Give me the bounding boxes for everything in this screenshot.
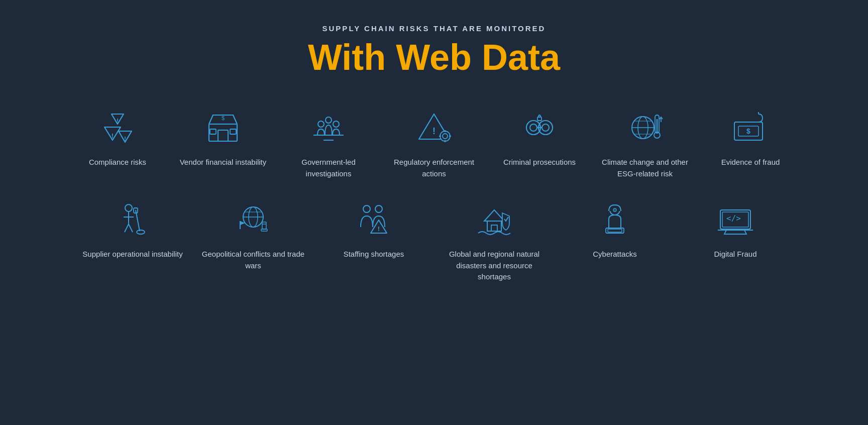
item-cyberattacks: Cyberattacks — [555, 193, 675, 289]
svg-text:</>: </> — [726, 214, 741, 223]
svg-line-46 — [125, 224, 129, 232]
item-vendor-financial: $ Vendor financial instability — [170, 101, 276, 185]
svg-rect-10 — [230, 129, 236, 134]
vendor-financial-label: Vendor financial instability — [180, 157, 267, 168]
climate-label: Climate change and other ESG-related ris… — [600, 157, 690, 179]
item-geopolitical: Geopolitical conflicts and trade wars — [193, 193, 313, 289]
row-2: Supplier operational instability — [40, 193, 828, 289]
criminal-label: Criminal prosecutions — [503, 157, 576, 168]
geopolitical-icon — [231, 199, 276, 240]
svg-point-18 — [440, 131, 450, 141]
svg-text:$: $ — [746, 127, 750, 135]
svg-point-14 — [333, 121, 339, 127]
item-compliance-risks: ! ! ! Compliance risks — [65, 101, 170, 185]
evidence-fraud-label: Evidence of fraud — [721, 157, 780, 168]
svg-rect-58 — [262, 224, 266, 229]
digital-fraud-label: Digital Fraud — [714, 249, 756, 260]
main-card: Supply Chain Risks That Are Monitored Wi… — [0, 0, 868, 425]
compliance-risks-label: Compliance risks — [89, 157, 146, 168]
digital-fraud-icon: </> — [713, 199, 758, 240]
geopolitical-label: Geopolitical conflicts and trade wars — [201, 249, 305, 271]
svg-text:!: ! — [112, 132, 114, 140]
svg-rect-71 — [608, 229, 622, 232]
svg-line-47 — [129, 224, 133, 232]
svg-point-62 — [363, 205, 370, 212]
cyberattacks-label: Cyberattacks — [593, 249, 637, 260]
svg-text:!: ! — [378, 225, 380, 233]
supplier-icon — [110, 199, 155, 240]
regulatory-label: Regulatory enforcement actions — [389, 157, 479, 179]
climate-icon — [622, 108, 668, 148]
svg-text:!: ! — [124, 136, 126, 142]
item-criminal: Criminal prosecutions — [487, 101, 592, 185]
svg-rect-9 — [210, 129, 216, 134]
svg-point-63 — [375, 205, 382, 212]
staffing-icon: ! — [351, 199, 396, 240]
item-evidence-fraud: $ Evidence of fraud — [698, 101, 803, 185]
row-1: ! ! ! Compliance risks $ — [40, 101, 828, 185]
regulatory-icon: ! — [411, 108, 457, 148]
item-climate: Climate change and other ESG-related ris… — [592, 101, 698, 185]
svg-point-43 — [125, 204, 132, 211]
svg-point-12 — [318, 121, 324, 127]
item-staffing: ! Staffing shortages — [313, 193, 434, 289]
page-subtitle: Supply Chain Risks That Are Monitored — [322, 24, 546, 33]
svg-marker-66 — [484, 210, 504, 221]
government-label: Government-led investigations — [284, 157, 373, 179]
svg-point-25 — [530, 124, 537, 131]
item-regulatory: ! Regulatory enforcement actions — [381, 101, 487, 185]
cyberattacks-icon — [592, 199, 637, 240]
natural-disasters-label: Global and regional natural disasters an… — [442, 249, 547, 283]
svg-point-73 — [614, 209, 615, 210]
svg-rect-7 — [218, 130, 228, 141]
criminal-icon — [517, 108, 562, 148]
evidence-fraud-icon: $ — [728, 108, 773, 148]
vendor-financial-icon: $ — [200, 108, 246, 148]
natural-disasters-icon — [472, 199, 517, 240]
staffing-label: Staffing shortages — [344, 249, 404, 260]
svg-rect-68 — [491, 225, 497, 231]
page-title: With Web Data — [308, 38, 560, 77]
svg-text:!: ! — [432, 126, 436, 136]
government-icon — [306, 108, 351, 148]
svg-text:!: ! — [117, 118, 119, 125]
svg-rect-67 — [487, 221, 501, 231]
compliance-risks-icon: ! ! ! — [95, 108, 140, 148]
svg-point-13 — [325, 117, 332, 123]
svg-point-49 — [137, 230, 145, 234]
supplier-label: Supplier operational instability — [82, 249, 182, 260]
item-natural-disasters: Global and regional natural disasters an… — [434, 193, 555, 289]
svg-rect-6 — [209, 124, 237, 141]
svg-rect-29 — [537, 117, 541, 121]
svg-point-27 — [542, 124, 549, 131]
item-government: Government-led investigations — [276, 101, 381, 185]
item-supplier: Supplier operational instability — [72, 193, 193, 289]
item-digital-fraud: </> Digital Fraud — [675, 193, 796, 289]
svg-text:$: $ — [222, 115, 225, 121]
